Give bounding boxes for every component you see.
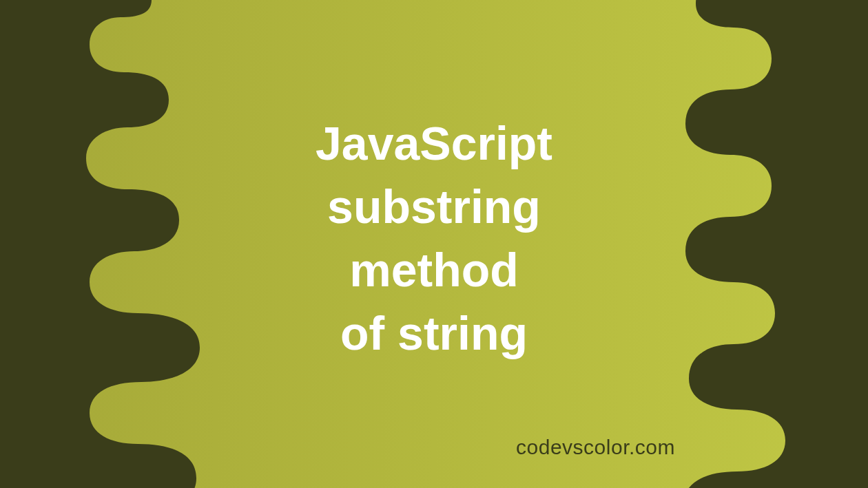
banner-canvas: JavaScript substring method of string co…	[0, 0, 868, 488]
watermark-text: codevscolor.com	[516, 436, 675, 459]
banner-title: JavaScript substring method of string	[0, 113, 868, 365]
